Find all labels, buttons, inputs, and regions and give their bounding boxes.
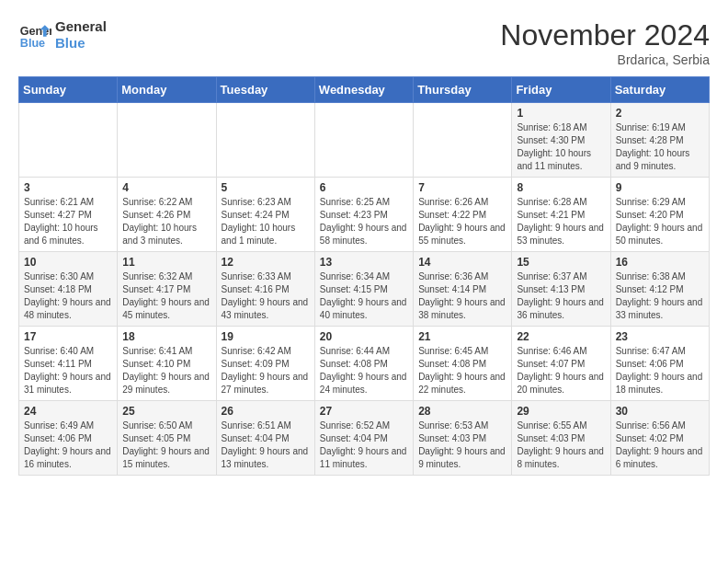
day-info: Sunrise: 6:33 AM Sunset: 4:16 PM Dayligh… (222, 270, 310, 322)
weekday-header-tuesday: Tuesday (216, 77, 314, 103)
day-info: Sunrise: 6:40 AM Sunset: 4:11 PM Dayligh… (24, 345, 112, 396)
calendar-cell (19, 103, 118, 178)
logo-line1: General (55, 18, 107, 35)
calendar-cell (216, 103, 314, 178)
calendar-cell: 27Sunrise: 6:52 AM Sunset: 4:04 PM Dayli… (314, 401, 413, 476)
day-info: Sunrise: 6:18 AM Sunset: 4:30 PM Dayligh… (517, 121, 605, 173)
calendar-cell: 23Sunrise: 6:47 AM Sunset: 4:06 PM Dayli… (610, 327, 709, 401)
day-number: 29 (517, 405, 605, 418)
calendar-week-row: 1Sunrise: 6:18 AM Sunset: 4:30 PM Daylig… (19, 103, 710, 178)
calendar-cell: 11Sunrise: 6:32 AM Sunset: 4:17 PM Dayli… (118, 252, 216, 327)
calendar-cell: 28Sunrise: 6:53 AM Sunset: 4:03 PM Dayli… (414, 401, 512, 476)
day-info: Sunrise: 6:52 AM Sunset: 4:04 PM Dayligh… (320, 419, 408, 471)
day-number: 26 (222, 405, 310, 418)
weekday-header-friday: Friday (512, 77, 610, 103)
calendar-cell: 24Sunrise: 6:49 AM Sunset: 4:06 PM Dayli… (19, 401, 118, 476)
day-info: Sunrise: 6:19 AM Sunset: 4:28 PM Dayligh… (616, 121, 704, 173)
day-number: 3 (24, 181, 112, 194)
day-number: 4 (122, 181, 210, 194)
calendar-cell: 8Sunrise: 6:28 AM Sunset: 4:21 PM Daylig… (512, 178, 610, 252)
calendar-cell: 15Sunrise: 6:37 AM Sunset: 4:13 PM Dayli… (512, 252, 610, 327)
calendar-cell: 12Sunrise: 6:33 AM Sunset: 4:16 PM Dayli… (216, 252, 314, 327)
day-number: 27 (320, 405, 408, 418)
day-info: Sunrise: 6:42 AM Sunset: 4:09 PM Dayligh… (222, 345, 310, 396)
day-number: 6 (320, 181, 408, 194)
day-info: Sunrise: 6:50 AM Sunset: 4:05 PM Dayligh… (122, 419, 210, 471)
calendar-cell (314, 103, 413, 178)
day-info: Sunrise: 6:44 AM Sunset: 4:08 PM Dayligh… (320, 345, 408, 396)
calendar-cell: 2Sunrise: 6:19 AM Sunset: 4:28 PM Daylig… (610, 103, 709, 178)
title-block: November 2024 Brdarica, Serbia (500, 18, 710, 67)
logo: General Blue General Blue (18, 18, 107, 52)
day-info: Sunrise: 6:22 AM Sunset: 4:26 PM Dayligh… (122, 196, 210, 247)
calendar-week-row: 24Sunrise: 6:49 AM Sunset: 4:06 PM Dayli… (19, 401, 710, 476)
day-info: Sunrise: 6:34 AM Sunset: 4:15 PM Dayligh… (320, 270, 408, 322)
day-number: 7 (418, 181, 506, 194)
weekday-header-thursday: Thursday (414, 77, 512, 103)
calendar-cell (414, 103, 512, 178)
weekday-header-saturday: Saturday (610, 77, 709, 103)
day-info: Sunrise: 6:45 AM Sunset: 4:08 PM Dayligh… (418, 345, 506, 396)
calendar-cell: 25Sunrise: 6:50 AM Sunset: 4:05 PM Dayli… (118, 401, 216, 476)
day-number: 5 (222, 181, 310, 194)
day-number: 12 (222, 256, 310, 269)
day-info: Sunrise: 6:38 AM Sunset: 4:12 PM Dayligh… (616, 270, 704, 322)
calendar-cell: 26Sunrise: 6:51 AM Sunset: 4:04 PM Dayli… (216, 401, 314, 476)
day-number: 14 (418, 256, 506, 269)
calendar-cell: 10Sunrise: 6:30 AM Sunset: 4:18 PM Dayli… (19, 252, 118, 327)
day-info: Sunrise: 6:30 AM Sunset: 4:18 PM Dayligh… (24, 270, 112, 322)
calendar-cell: 7Sunrise: 6:26 AM Sunset: 4:22 PM Daylig… (414, 178, 512, 252)
svg-text:Blue: Blue (20, 37, 45, 50)
day-number: 18 (122, 330, 210, 343)
day-info: Sunrise: 6:32 AM Sunset: 4:17 PM Dayligh… (122, 270, 210, 322)
day-info: Sunrise: 6:47 AM Sunset: 4:06 PM Dayligh… (616, 345, 704, 396)
day-number: 19 (222, 330, 310, 343)
day-number: 15 (517, 256, 605, 269)
calendar-cell: 22Sunrise: 6:46 AM Sunset: 4:07 PM Dayli… (512, 327, 610, 401)
day-info: Sunrise: 6:36 AM Sunset: 4:14 PM Dayligh… (418, 270, 506, 322)
day-info: Sunrise: 6:53 AM Sunset: 4:03 PM Dayligh… (418, 419, 506, 471)
day-number: 16 (616, 256, 704, 269)
day-info: Sunrise: 6:55 AM Sunset: 4:03 PM Dayligh… (517, 419, 605, 471)
day-number: 23 (616, 330, 704, 343)
page-header: General Blue General Blue November 2024 … (18, 18, 710, 67)
weekday-header-row: SundayMondayTuesdayWednesdayThursdayFrid… (19, 77, 710, 103)
calendar-cell: 14Sunrise: 6:36 AM Sunset: 4:14 PM Dayli… (414, 252, 512, 327)
day-info: Sunrise: 6:37 AM Sunset: 4:13 PM Dayligh… (517, 270, 605, 322)
day-number: 28 (418, 405, 506, 418)
day-info: Sunrise: 6:51 AM Sunset: 4:04 PM Dayligh… (222, 419, 310, 471)
day-info: Sunrise: 6:49 AM Sunset: 4:06 PM Dayligh… (24, 419, 112, 471)
calendar-cell: 17Sunrise: 6:40 AM Sunset: 4:11 PM Dayli… (19, 327, 118, 401)
weekday-header-monday: Monday (118, 77, 216, 103)
day-info: Sunrise: 6:21 AM Sunset: 4:27 PM Dayligh… (24, 196, 112, 247)
day-info: Sunrise: 6:25 AM Sunset: 4:23 PM Dayligh… (320, 196, 408, 247)
calendar-week-row: 10Sunrise: 6:30 AM Sunset: 4:18 PM Dayli… (19, 252, 710, 327)
calendar-cell: 18Sunrise: 6:41 AM Sunset: 4:10 PM Dayli… (118, 327, 216, 401)
calendar-cell: 13Sunrise: 6:34 AM Sunset: 4:15 PM Dayli… (314, 252, 413, 327)
calendar-cell: 3Sunrise: 6:21 AM Sunset: 4:27 PM Daylig… (19, 178, 118, 252)
weekday-header-wednesday: Wednesday (314, 77, 413, 103)
day-info: Sunrise: 6:41 AM Sunset: 4:10 PM Dayligh… (122, 345, 210, 396)
day-info: Sunrise: 6:56 AM Sunset: 4:02 PM Dayligh… (616, 419, 704, 471)
day-number: 10 (24, 256, 112, 269)
weekday-header-sunday: Sunday (19, 77, 118, 103)
calendar-cell: 4Sunrise: 6:22 AM Sunset: 4:26 PM Daylig… (118, 178, 216, 252)
day-number: 11 (122, 256, 210, 269)
day-number: 21 (418, 330, 506, 343)
logo-line2: Blue (55, 35, 107, 52)
day-number: 20 (320, 330, 408, 343)
calendar-cell: 16Sunrise: 6:38 AM Sunset: 4:12 PM Dayli… (610, 252, 709, 327)
calendar-cell: 19Sunrise: 6:42 AM Sunset: 4:09 PM Dayli… (216, 327, 314, 401)
day-number: 9 (616, 181, 704, 194)
month-title: November 2024 (500, 18, 710, 52)
day-number: 2 (616, 107, 704, 120)
day-info: Sunrise: 6:29 AM Sunset: 4:20 PM Dayligh… (616, 196, 704, 247)
logo-icon: General Blue (18, 18, 51, 52)
day-number: 1 (517, 107, 605, 120)
calendar-cell (118, 103, 216, 178)
day-number: 8 (517, 181, 605, 194)
calendar-table: SundayMondayTuesdayWednesdayThursdayFrid… (18, 76, 710, 476)
calendar-week-row: 17Sunrise: 6:40 AM Sunset: 4:11 PM Dayli… (19, 327, 710, 401)
day-info: Sunrise: 6:28 AM Sunset: 4:21 PM Dayligh… (517, 196, 605, 247)
calendar-cell: 6Sunrise: 6:25 AM Sunset: 4:23 PM Daylig… (314, 178, 413, 252)
